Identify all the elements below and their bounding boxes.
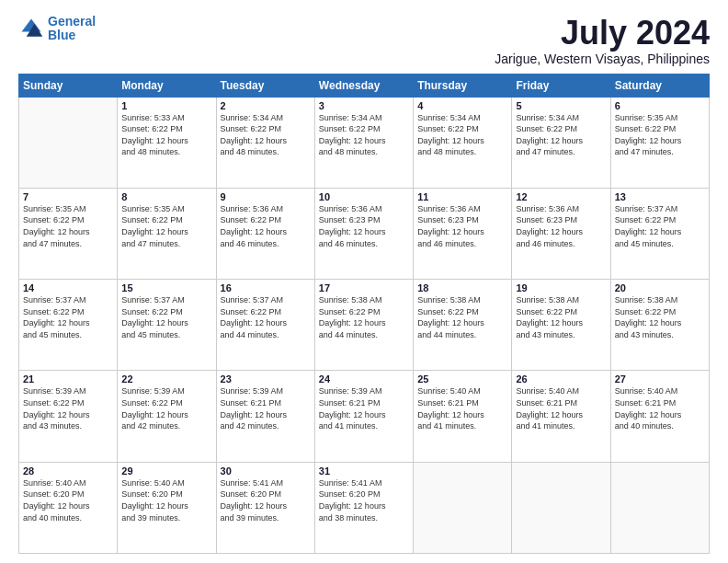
calendar-cell: 22Sunrise: 5:39 AM Sunset: 6:22 PM Dayli…: [118, 371, 216, 462]
logo-text: General Blue: [48, 15, 96, 43]
day-number: 8: [121, 191, 211, 202]
calendar-cell: 3Sunrise: 5:34 AM Sunset: 6:22 PM Daylig…: [314, 97, 413, 188]
day-number: 10: [319, 191, 409, 202]
day-info: Sunrise: 5:39 AM Sunset: 6:21 PM Dayligh…: [221, 385, 311, 431]
day-info: Sunrise: 5:37 AM Sunset: 6:22 PM Dayligh…: [221, 294, 311, 340]
day-number: 15: [121, 282, 211, 293]
column-header-friday: Friday: [512, 74, 610, 97]
calendar-cell: 24Sunrise: 5:39 AM Sunset: 6:21 PM Dayli…: [314, 371, 413, 462]
logo-icon: [18, 16, 44, 41]
day-number: 16: [221, 282, 311, 293]
day-number: 18: [417, 282, 507, 293]
calendar-cell: 20Sunrise: 5:38 AM Sunset: 6:22 PM Dayli…: [610, 280, 709, 371]
calendar-cell: 25Sunrise: 5:40 AM Sunset: 6:21 PM Dayli…: [414, 371, 512, 462]
header: General Blue July 2024 Jarigue, Western …: [18, 15, 710, 66]
day-info: Sunrise: 5:33 AM Sunset: 6:22 PM Dayligh…: [121, 112, 211, 158]
calendar-cell: [414, 462, 512, 553]
calendar-table: SundayMondayTuesdayWednesdayThursdayFrid…: [18, 74, 710, 554]
day-info: Sunrise: 5:38 AM Sunset: 6:22 PM Dayligh…: [319, 294, 409, 340]
page: General Blue July 2024 Jarigue, Western …: [0, 0, 728, 563]
calendar-cell: 5Sunrise: 5:34 AM Sunset: 6:22 PM Daylig…: [512, 97, 610, 188]
column-header-monday: Monday: [118, 74, 216, 97]
main-title: July 2024: [495, 15, 710, 52]
calendar-cell: 9Sunrise: 5:36 AM Sunset: 6:22 PM Daylig…: [216, 188, 314, 279]
logo-line1: General: [48, 14, 96, 29]
day-number: 5: [516, 100, 606, 111]
calendar-cell: 8Sunrise: 5:35 AM Sunset: 6:22 PM Daylig…: [118, 188, 216, 279]
column-header-sunday: Sunday: [19, 74, 118, 97]
calendar-cell: 27Sunrise: 5:40 AM Sunset: 6:21 PM Dayli…: [610, 371, 709, 462]
calendar-cell: [19, 97, 118, 188]
week-row-4: 21Sunrise: 5:39 AM Sunset: 6:22 PM Dayli…: [19, 371, 710, 462]
column-header-saturday: Saturday: [610, 74, 709, 97]
day-number: 22: [121, 373, 211, 385]
calendar-cell: 10Sunrise: 5:36 AM Sunset: 6:23 PM Dayli…: [314, 188, 413, 279]
day-number: 7: [23, 191, 113, 202]
column-header-tuesday: Tuesday: [216, 74, 314, 97]
calendar-cell: [512, 462, 610, 553]
day-number: 31: [319, 465, 409, 477]
day-number: 24: [319, 373, 409, 385]
day-info: Sunrise: 5:35 AM Sunset: 6:22 PM Dayligh…: [23, 203, 113, 249]
day-number: 23: [221, 373, 311, 385]
day-info: Sunrise: 5:34 AM Sunset: 6:22 PM Dayligh…: [221, 112, 311, 158]
week-row-1: 1Sunrise: 5:33 AM Sunset: 6:22 PM Daylig…: [19, 97, 710, 188]
title-block: July 2024 Jarigue, Western Visayas, Phil…: [495, 15, 710, 66]
day-info: Sunrise: 5:41 AM Sunset: 6:20 PM Dayligh…: [221, 477, 311, 523]
calendar-cell: 15Sunrise: 5:37 AM Sunset: 6:22 PM Dayli…: [118, 280, 216, 371]
day-number: 6: [615, 100, 705, 111]
day-info: Sunrise: 5:38 AM Sunset: 6:22 PM Dayligh…: [516, 294, 606, 340]
calendar-cell: 14Sunrise: 5:37 AM Sunset: 6:22 PM Dayli…: [19, 280, 118, 371]
day-info: Sunrise: 5:38 AM Sunset: 6:22 PM Dayligh…: [615, 294, 705, 340]
week-row-5: 28Sunrise: 5:40 AM Sunset: 6:20 PM Dayli…: [19, 462, 710, 553]
week-row-3: 14Sunrise: 5:37 AM Sunset: 6:22 PM Dayli…: [19, 280, 710, 371]
calendar-cell: 12Sunrise: 5:36 AM Sunset: 6:23 PM Dayli…: [512, 188, 610, 279]
day-number: 2: [221, 100, 311, 111]
day-number: 29: [121, 465, 211, 477]
day-number: 27: [615, 373, 705, 385]
day-info: Sunrise: 5:40 AM Sunset: 6:20 PM Dayligh…: [121, 477, 211, 523]
day-number: 28: [23, 465, 113, 477]
day-number: 13: [615, 191, 705, 202]
calendar-cell: 11Sunrise: 5:36 AM Sunset: 6:23 PM Dayli…: [414, 188, 512, 279]
day-number: 30: [221, 465, 311, 477]
calendar-cell: 28Sunrise: 5:40 AM Sunset: 6:20 PM Dayli…: [19, 462, 118, 553]
day-info: Sunrise: 5:39 AM Sunset: 6:22 PM Dayligh…: [23, 385, 113, 431]
calendar-body: 1Sunrise: 5:33 AM Sunset: 6:22 PM Daylig…: [19, 97, 710, 553]
day-info: Sunrise: 5:40 AM Sunset: 6:21 PM Dayligh…: [615, 385, 705, 431]
calendar-cell: 4Sunrise: 5:34 AM Sunset: 6:22 PM Daylig…: [414, 97, 512, 188]
day-info: Sunrise: 5:37 AM Sunset: 6:22 PM Dayligh…: [121, 294, 211, 340]
column-header-thursday: Thursday: [414, 74, 512, 97]
calendar-cell: 6Sunrise: 5:35 AM Sunset: 6:22 PM Daylig…: [610, 97, 709, 188]
calendar-cell: 23Sunrise: 5:39 AM Sunset: 6:21 PM Dayli…: [216, 371, 314, 462]
day-info: Sunrise: 5:38 AM Sunset: 6:22 PM Dayligh…: [417, 294, 507, 340]
day-info: Sunrise: 5:37 AM Sunset: 6:22 PM Dayligh…: [23, 294, 113, 340]
day-info: Sunrise: 5:35 AM Sunset: 6:22 PM Dayligh…: [121, 203, 211, 249]
day-number: 9: [221, 191, 311, 202]
day-info: Sunrise: 5:41 AM Sunset: 6:20 PM Dayligh…: [319, 477, 409, 523]
day-info: Sunrise: 5:34 AM Sunset: 6:22 PM Dayligh…: [319, 112, 409, 158]
day-info: Sunrise: 5:40 AM Sunset: 6:21 PM Dayligh…: [516, 385, 606, 431]
day-number: 20: [615, 282, 705, 293]
day-number: 14: [23, 282, 113, 293]
calendar-cell: 30Sunrise: 5:41 AM Sunset: 6:20 PM Dayli…: [216, 462, 314, 553]
day-number: 26: [516, 373, 606, 385]
day-info: Sunrise: 5:36 AM Sunset: 6:23 PM Dayligh…: [516, 203, 606, 249]
calendar-cell: 16Sunrise: 5:37 AM Sunset: 6:22 PM Dayli…: [216, 280, 314, 371]
calendar-header: SundayMondayTuesdayWednesdayThursdayFrid…: [19, 74, 710, 97]
calendar-cell: 18Sunrise: 5:38 AM Sunset: 6:22 PM Dayli…: [414, 280, 512, 371]
day-info: Sunrise: 5:40 AM Sunset: 6:21 PM Dayligh…: [417, 385, 507, 431]
day-info: Sunrise: 5:39 AM Sunset: 6:21 PM Dayligh…: [319, 385, 409, 431]
day-number: 4: [417, 100, 507, 111]
column-header-wednesday: Wednesday: [314, 74, 413, 97]
day-number: 19: [516, 282, 606, 293]
header-row: SundayMondayTuesdayWednesdayThursdayFrid…: [19, 74, 710, 97]
day-number: 1: [121, 100, 211, 111]
calendar-cell: 2Sunrise: 5:34 AM Sunset: 6:22 PM Daylig…: [216, 97, 314, 188]
day-info: Sunrise: 5:34 AM Sunset: 6:22 PM Dayligh…: [516, 112, 606, 158]
day-info: Sunrise: 5:36 AM Sunset: 6:23 PM Dayligh…: [319, 203, 409, 249]
calendar-cell: 31Sunrise: 5:41 AM Sunset: 6:20 PM Dayli…: [314, 462, 413, 553]
logo: General Blue: [18, 15, 96, 43]
week-row-2: 7Sunrise: 5:35 AM Sunset: 6:22 PM Daylig…: [19, 188, 710, 279]
calendar-cell: 13Sunrise: 5:37 AM Sunset: 6:22 PM Dayli…: [610, 188, 709, 279]
